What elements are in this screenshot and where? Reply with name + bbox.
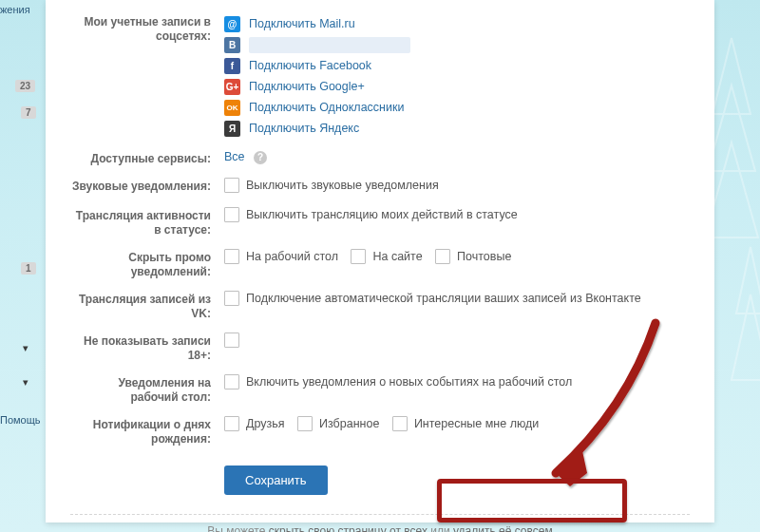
label-accounts: Мои учетные записи в соцсетях: xyxy=(70,13,224,44)
label-hide-promo: Скрыть промо уведомлений: xyxy=(70,249,224,279)
vk-icon: B xyxy=(224,37,240,53)
checkbox-bd-friends[interactable]: Друзья xyxy=(224,416,285,431)
checkbox-bd-fav[interactable]: Избранное xyxy=(297,416,379,431)
checkbox-label: Выключить трансляцию моих действий в ста… xyxy=(246,208,518,221)
sidebar: жения 23 7 1 ▾ ▾ Помощь xyxy=(0,0,40,532)
label-birthdays: Нотификации о днях рождения: xyxy=(70,416,224,446)
checkbox-box[interactable] xyxy=(392,416,408,431)
checkbox-label: Почтовые xyxy=(457,250,511,263)
row-birthdays: Нотификации о днях рождения: Друзья Избр… xyxy=(70,410,690,452)
sidebar-help-link[interactable]: Помощь xyxy=(0,414,41,426)
chevron-down-icon[interactable]: ▾ xyxy=(23,376,28,389)
social-yandex[interactable]: Я Подключить Яндекс xyxy=(224,118,690,139)
checkbox-label: Избранное xyxy=(319,417,379,430)
help-icon[interactable]: ? xyxy=(254,151,267,164)
chevron-down-icon[interactable]: ▾ xyxy=(23,342,28,354)
facebook-icon: f xyxy=(224,58,240,74)
checkbox-box[interactable] xyxy=(435,249,450,264)
sidebar-partial-link[interactable]: жения xyxy=(0,4,30,15)
checkbox-adult[interactable] xyxy=(224,332,246,348)
social-ok[interactable]: OK Подключить Одноклассники xyxy=(224,97,690,118)
checkbox-box[interactable] xyxy=(224,291,239,306)
checkbox-box[interactable] xyxy=(351,249,366,264)
delete-page-link[interactable]: удалить её совсем xyxy=(453,524,553,532)
row-hide-promo: Скрыть промо уведомлений: На рабочий сто… xyxy=(70,243,690,285)
settings-card: Мои учетные записи в соцсетях: @ Подключ… xyxy=(46,0,714,522)
checkbox-box[interactable] xyxy=(297,416,313,431)
footer-text: Вы можете скрыть свою страницу от всех и… xyxy=(70,524,690,532)
footer-middle: или xyxy=(428,524,453,532)
row-sound: Звуковые уведомления: Выключить звуковые… xyxy=(70,172,690,201)
row-desktop-notify: Уведомления на рабочий стол: Включить ув… xyxy=(70,369,690,410)
social-link-label: Подключить Facebook xyxy=(249,59,371,72)
social-link-label: Подключить Одноклассники xyxy=(249,101,404,114)
social-google[interactable]: G+ Подключить Google+ xyxy=(224,76,690,97)
checkbox-box[interactable] xyxy=(224,178,239,193)
checkbox-box[interactable] xyxy=(224,416,239,431)
mailru-icon: @ xyxy=(224,16,240,32)
label-adult: Не показывать записи 18+: xyxy=(70,332,224,363)
label-services: Доступные сервисы: xyxy=(70,150,224,166)
label-desktop: Уведомления на рабочий стол: xyxy=(70,374,224,405)
checkbox-label: Друзья xyxy=(246,417,285,430)
checkbox-promo-site[interactable]: На сайте xyxy=(351,249,422,264)
odnoklassniki-icon: OK xyxy=(224,100,240,116)
sidebar-badge: 1 xyxy=(21,262,36,275)
vk-connected-value xyxy=(249,37,410,53)
social-link-label: Подключить Яндекс xyxy=(249,122,359,135)
checkbox-sound[interactable]: Выключить звуковые уведомления xyxy=(224,178,439,193)
services-value-link[interactable]: Все xyxy=(224,150,245,163)
checkbox-label: На рабочий стол xyxy=(246,250,338,263)
checkbox-box[interactable] xyxy=(224,332,239,348)
checkbox-box[interactable] xyxy=(224,207,239,222)
checkbox-label: Выключить звуковые уведомления xyxy=(246,179,439,192)
sidebar-badge: 7 xyxy=(21,106,36,119)
checkbox-box[interactable] xyxy=(224,249,239,264)
checkbox-label: Интересные мне люди xyxy=(414,417,539,430)
checkbox-bd-interest[interactable]: Интересные мне люди xyxy=(392,416,539,431)
google-plus-icon: G+ xyxy=(224,79,240,95)
checkbox-label: На сайте xyxy=(372,250,422,263)
row-adult: Не показывать записи 18+: xyxy=(70,327,690,369)
row-social-accounts: Мои учетные записи в соцсетях: @ Подключ… xyxy=(70,8,690,144)
checkbox-box[interactable] xyxy=(224,374,239,390)
social-link-label: Подключить Mail.ru xyxy=(249,17,355,30)
checkbox-promo-mail[interactable]: Почтовые xyxy=(435,249,511,264)
footer-prefix: Вы можете xyxy=(207,524,268,532)
checkbox-label: Включить уведомления о новых событиях на… xyxy=(246,375,572,389)
social-facebook[interactable]: f Подключить Facebook xyxy=(224,55,690,76)
row-activity: Трансляция активности в статусе: Выключи… xyxy=(70,201,690,243)
checkbox-label: Подключение автоматической трансляции ва… xyxy=(246,292,641,305)
row-vk-repost: Трансляция записей из VK: Подключение ав… xyxy=(70,285,690,327)
row-services: Доступные сервисы: Все ? xyxy=(70,144,690,172)
label-sound: Звуковые уведомления: xyxy=(70,178,224,194)
sidebar-badge: 23 xyxy=(15,80,35,92)
checkbox-activity[interactable]: Выключить трансляцию моих действий в ста… xyxy=(224,207,518,222)
social-link-label: Подключить Google+ xyxy=(249,80,365,93)
row-save: Сохранить xyxy=(70,452,690,514)
label-vk-repost: Трансляция записей из VK: xyxy=(70,291,224,321)
yandex-icon: Я xyxy=(224,121,240,137)
checkbox-vk-repost[interactable]: Подключение автоматической трансляции ва… xyxy=(224,291,641,306)
save-button[interactable]: Сохранить xyxy=(224,466,328,495)
social-mailru[interactable]: @ Подключить Mail.ru xyxy=(224,13,690,34)
social-vk[interactable]: B xyxy=(224,34,690,55)
checkbox-promo-desktop[interactable]: На рабочий стол xyxy=(224,249,338,264)
checkbox-desktop[interactable]: Включить уведомления о новых событиях на… xyxy=(224,374,572,390)
hide-page-link[interactable]: скрыть свою страницу от всех xyxy=(269,524,428,532)
divider xyxy=(70,514,690,515)
label-activity: Трансляция активности в статусе: xyxy=(70,207,224,238)
